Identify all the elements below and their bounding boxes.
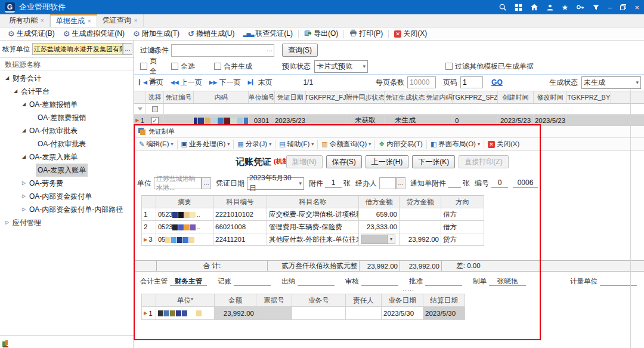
generate-voucher-button[interactable]: ⚙生成凭证(B) [4,28,59,40]
row-checkbox-checked[interactable]: ✓ [151,117,159,124]
approver-value[interactable] [425,277,462,286]
search-icon[interactable] [499,3,507,11]
debit-cell-combo[interactable]: ▾ [361,235,395,244]
cell-amount[interactable]: 23,992.00 [215,307,256,320]
browse-button[interactable]: … [123,43,132,55]
expander-icon[interactable]: ◢ [4,72,11,85]
balance-query-menu-button[interactable]: ▥余额查询(Q)▾ [317,140,374,149]
panel-splitter[interactable] [630,90,631,348]
col-modified[interactable]: 修改时间 [534,91,567,103]
star-icon[interactable]: ★ [562,4,569,11]
expander-icon[interactable]: ◢ [20,150,27,164]
unit-browse-button[interactable]: … [202,177,211,189]
link-query-voucher-button[interactable]: ▂▅▃联查凭证(L) [239,28,297,40]
filter-checkbox[interactable] [146,104,164,114]
cashier-value[interactable] [298,277,335,286]
browse-icon[interactable]: … [267,46,273,53]
tree-item-payment-approval[interactable]: OA-付款审批表 [0,137,134,150]
col-voucher-no[interactable]: 凭证编号 [164,91,194,103]
go-link[interactable]: GO [491,78,503,87]
minimize-icon[interactable]: – [608,4,612,11]
home-icon[interactable] [530,3,538,11]
direct-print-button[interactable]: 直接打印(Z) [459,155,508,168]
tab-voucher-query[interactable]: 凭证查询× [97,14,144,27]
col-unit-no[interactable]: 单位编号 [249,91,275,103]
expander-icon[interactable]: ◢ [12,85,19,98]
notice-attachment-count[interactable] [448,178,461,188]
col-inner-code[interactable]: 内码 [194,91,249,103]
col-voucher-date[interactable]: 凭证日期 [275,91,306,103]
cell-biz-no[interactable] [292,307,346,320]
restore-icon[interactable] [620,4,627,11]
tree-item-invoice-entry[interactable]: OA-发票入账单 [0,164,134,177]
col-created[interactable]: 创建时间 [498,91,534,103]
filter-other-templates-checkbox[interactable]: 过滤其他模板已生成单据 [445,61,534,72]
tree-item-finance-accounting[interactable]: ◢财务会计 [0,72,134,85]
expander-icon[interactable]: ▷ [4,216,11,229]
bookkeeper-value[interactable] [234,277,271,286]
cell-settle-date[interactable]: 2023/5/30 [423,307,465,320]
filter-icon[interactable] [592,4,600,11]
entry-row[interactable]: 2 0523.. 66021008 管理费用-车辆费-保险费 23,333.00… [141,221,484,233]
generate-virtual-voucher-button[interactable]: ⚙生成虚拟凭证(N) [59,28,129,40]
entry-row-selected[interactable]: ▶3 05 22411201 其他应付款-外部往来-单位往来 ▾ 23,992.… [141,233,484,246]
col-select[interactable]: 选择 [146,91,164,103]
edit-menu-button[interactable]: ✎编辑(E)▾ [135,140,177,149]
key-icon[interactable] [576,3,584,11]
filter-condition-input[interactable]: … [171,44,274,57]
col-attach-sync-status[interactable]: 附件同步状态 [346,91,385,103]
business-process-menu-button[interactable]: ▣业务处理(B)▾ [177,140,234,149]
cell-bill-no[interactable] [256,307,292,320]
col-by1[interactable]: JTGKFPRZ_BY1 [567,91,611,103]
new-button[interactable]: 新增(N) [286,155,323,168]
query-button[interactable]: 查询(S) [282,44,318,57]
tab-close-icon[interactable]: × [88,18,91,24]
merge-generate-checkbox[interactable]: 合并生成 [214,61,269,72]
preparer-value[interactable]: 张晓艳 [489,277,526,286]
expander-icon[interactable]: ▷ [20,203,27,216]
accounting-unit-input[interactable]: 江苏盐城港响水港开发集团有限公司 [32,43,123,55]
col-sfzf[interactable]: JTGKFPRZ_SFZF [453,91,498,103]
agent-browse-button[interactable]: … [396,177,405,189]
undo-generate-button[interactable]: ↺撤销生成(U) [184,28,239,40]
voucher-date-select[interactable]: 2023年5月30日▾ [247,177,304,190]
attachment-count[interactable]: 1 [325,178,342,188]
close-panel-button[interactable]: ✕关闭(X) [484,140,523,149]
measure-unit-value[interactable] [600,277,637,286]
expander-icon[interactable]: ◢ [20,124,27,137]
close-icon[interactable]: × [634,4,639,11]
cell-unit-redacted[interactable] [156,307,215,320]
tree-item-travel-expense-group[interactable]: ◢OA-差旅报销单 [0,98,134,111]
tree-item-payment-approval-group[interactable]: ◢OA-付款审批表 [0,124,134,137]
grid-data-row[interactable]: ▶1 ✓ 0301 2023/5/23 未获取 未生成 0 2023/5/23 … [134,115,644,127]
assist-menu-button[interactable]: ▤辅助(F)▾ [275,140,317,149]
page-size-input[interactable] [407,76,436,88]
select-all-checkbox[interactable]: 全选 [171,61,201,72]
save-button[interactable]: 保存(S) [326,155,362,168]
tree-item-payable-management[interactable]: ▷应付管理 [0,216,134,229]
tab-close-icon[interactable]: × [41,17,44,24]
expander-icon[interactable]: ▷ [20,190,27,203]
user-icon[interactable] [546,4,554,11]
first-page-button[interactable]: ▎◀首页 [139,78,163,88]
apps-icon[interactable] [515,4,522,11]
page-number-input[interactable] [460,76,483,88]
resize-handle-dots[interactable]: ····· [402,287,414,293]
tree-item-internal-fund-transfer-path[interactable]: ▷OA-内部资金拨付单-内部路径 [0,203,134,216]
tab-close-icon[interactable]: × [134,17,138,24]
entry-row[interactable]: 1 0523.. 2221010102 应交税费-应交增值税-进项税额-3% 6… [141,208,484,221]
entries-menu-button[interactable]: ▦分录(J)▾ [233,140,275,149]
cell-biz-date[interactable]: 2023/5/30 [382,307,423,320]
prev-page-button[interactable]: ◀◀上一页 [171,78,202,88]
prev-voucher-button[interactable]: 上一张(H) [366,155,409,168]
cell-responsible[interactable] [346,307,382,320]
next-page-button[interactable]: ▶▶下一页 [209,78,241,88]
detail-row[interactable]: ▶1 23,992.00 2023/5/30 2023/5/30 [141,307,465,320]
tree-item-travel-expense[interactable]: OA-差旅费报销 [0,111,134,124]
accounting-manager-value[interactable]: 财务主管 [170,277,207,286]
expander-icon[interactable]: ◢ [20,98,27,111]
last-page-button[interactable]: ▶▎末页 [248,78,273,88]
col-gen-status[interactable]: 凭证生成状态 [385,91,426,103]
next-voucher-button[interactable]: 下一张(K) [412,155,455,168]
tree-item-labor-fee[interactable]: ▷OA-劳务费 [0,177,134,190]
